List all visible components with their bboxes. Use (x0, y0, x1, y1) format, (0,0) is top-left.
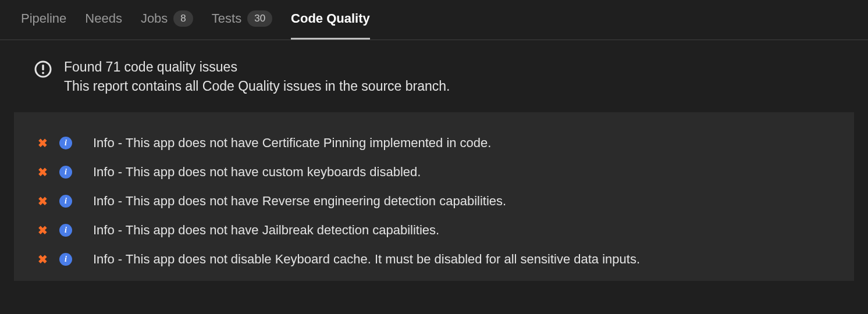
issue-row[interactable]: ✖ i Info - This app does not have Revers… (37, 187, 831, 216)
svg-rect-1 (42, 65, 44, 70)
info-icon: i (59, 195, 72, 208)
tab-nav: Pipeline Needs Jobs 8 Tests 30 Code Qual… (0, 0, 868, 40)
tab-badge: 30 (247, 10, 272, 27)
tab-needs[interactable]: Needs (85, 11, 122, 39)
tab-label: Code Quality (291, 11, 370, 26)
issue-text: Info - This app does not disable Keyboar… (93, 252, 640, 267)
summary-section: Found 71 code quality issues This report… (0, 40, 868, 113)
x-icon: ✖ (37, 165, 48, 179)
info-icon: i (59, 166, 72, 179)
issues-list: ✖ i Info - This app does not have Certif… (14, 112, 854, 281)
issue-row[interactable]: ✖ i Info - This app does not have Jailbr… (37, 216, 831, 245)
tab-tests[interactable]: Tests 30 (212, 10, 272, 40)
summary-subtitle: This report contains all Code Quality is… (64, 77, 450, 96)
info-icon: i (59, 224, 72, 237)
x-icon: ✖ (37, 136, 48, 150)
x-icon: ✖ (37, 252, 48, 266)
info-icon: i (59, 137, 72, 149)
svg-point-2 (42, 72, 44, 74)
x-icon: ✖ (37, 194, 48, 208)
issue-text: Info - This app does not have Certificat… (93, 135, 491, 151)
tab-code-quality[interactable]: Code Quality (291, 11, 370, 39)
issue-text: Info - This app does not have Reverse en… (93, 194, 506, 209)
tab-badge: 8 (173, 10, 193, 27)
issue-row[interactable]: ✖ i Info - This app does not have custom… (37, 158, 831, 187)
summary-text: Found 71 code quality issues This report… (64, 58, 450, 97)
tab-label: Jobs (141, 11, 168, 26)
summary-title: Found 71 code quality issues (64, 58, 450, 77)
info-icon: i (59, 253, 72, 266)
issue-text: Info - This app does not have Jailbreak … (93, 223, 439, 238)
tab-label: Pipeline (21, 11, 66, 26)
tab-jobs[interactable]: Jobs 8 (141, 10, 193, 40)
tab-pipeline[interactable]: Pipeline (21, 11, 66, 39)
issue-row[interactable]: ✖ i Info - This app does not disable Key… (37, 245, 831, 274)
tab-label: Tests (212, 11, 241, 26)
warning-circle-icon (34, 60, 52, 81)
tab-label: Needs (85, 11, 122, 26)
issue-row[interactable]: ✖ i Info - This app does not have Certif… (37, 129, 831, 158)
x-icon: ✖ (37, 223, 48, 237)
issue-text: Info - This app does not have custom key… (93, 165, 421, 180)
